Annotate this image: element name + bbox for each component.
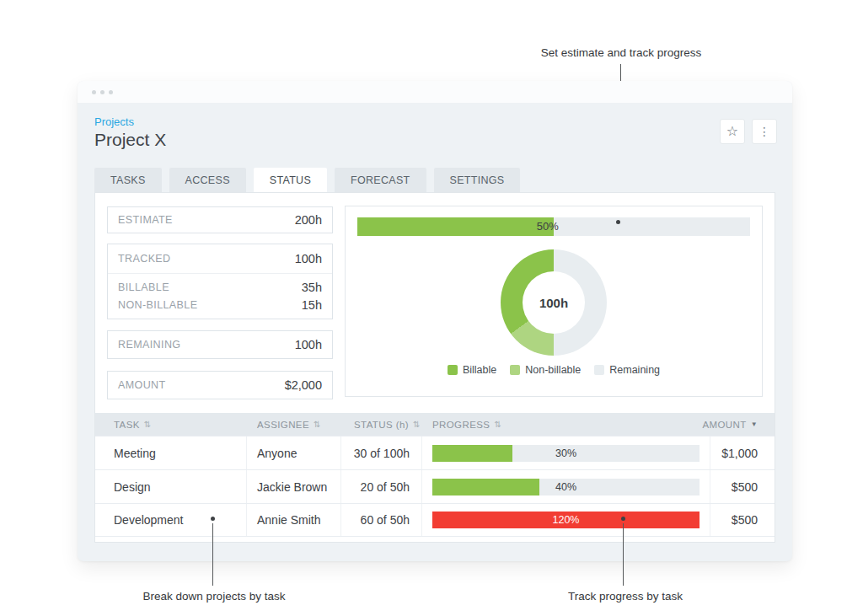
star-icon: ☆ bbox=[726, 125, 738, 138]
breadcrumb-projects[interactable]: Projects bbox=[94, 115, 134, 128]
window-dot-icon bbox=[100, 90, 105, 94]
legend-swatch-non-billable bbox=[510, 365, 520, 375]
sort-icon: ⇅ bbox=[413, 420, 421, 429]
annotation-bottom-right-dot bbox=[621, 517, 625, 521]
tasks-table: TASK ⇅ ASSIGNEE ⇅ STATUS (h) ⇅ PROGRESS … bbox=[95, 413, 775, 537]
stats-column: ESTIMATE 200h TRACKED 100h BILLABLE 35h bbox=[107, 206, 333, 399]
tab-label: SETTINGS bbox=[450, 174, 505, 186]
column-label: ASSIGNEE bbox=[257, 420, 309, 430]
status-content-panel: ESTIMATE 200h TRACKED 100h BILLABLE 35h bbox=[94, 192, 775, 543]
donut-chart: 100h bbox=[501, 249, 607, 356]
table-row-meeting[interactable]: Meeting Anyone 30 of 100h 30% $1,000 bbox=[95, 436, 775, 469]
assignee-cell: Anyone bbox=[247, 437, 341, 469]
progress-cell: 40% bbox=[422, 470, 710, 503]
annotation-bottom-left-label: Break down projects by task bbox=[143, 590, 286, 603]
column-header-assignee[interactable]: ASSIGNEE ⇅ bbox=[247, 413, 341, 436]
assignee-cell: Annie Smith bbox=[247, 504, 341, 536]
table-row-design[interactable]: Design Jackie Brown 20 of 50h 40% $500 bbox=[95, 469, 775, 503]
status-cell: 20 of 50h bbox=[341, 470, 422, 503]
page-title: Project X bbox=[94, 130, 166, 150]
estimate-box: ESTIMATE 200h bbox=[107, 206, 333, 233]
tab-label: TASKS bbox=[110, 174, 146, 186]
tab-tasks[interactable]: TASKS bbox=[94, 168, 162, 192]
window-chrome bbox=[78, 81, 792, 103]
estimate-value: 200h bbox=[295, 213, 322, 227]
window-dot-icon bbox=[92, 90, 96, 94]
annotation-bottom-left-dot bbox=[211, 517, 215, 521]
legend-item-non-billable: Non-billable bbox=[510, 364, 581, 376]
amount-cell: $500 bbox=[710, 513, 775, 527]
annotation-bottom-right-label: Track progress by task bbox=[568, 590, 683, 603]
non-billable-value: 15h bbox=[302, 298, 322, 312]
remaining-box: REMAINING 100h bbox=[107, 330, 333, 359]
legend-item-billable: Billable bbox=[448, 364, 496, 376]
amount-cell: $500 bbox=[710, 480, 775, 494]
row-progress-label: 40% bbox=[432, 479, 700, 495]
overall-progress-label: 50% bbox=[537, 217, 559, 236]
legend-label: Billable bbox=[463, 364, 496, 376]
legend-label: Non-billable bbox=[525, 364, 581, 376]
page: Set estimate and track progress Projects… bbox=[0, 0, 863, 616]
column-label: STATUS (h) bbox=[354, 420, 409, 430]
non-billable-label: NON-BILLABLE bbox=[118, 299, 197, 311]
column-header-task[interactable]: TASK ⇅ bbox=[95, 413, 247, 436]
legend-item-remaining: Remaining bbox=[594, 364, 660, 376]
window-dot-icon bbox=[109, 90, 113, 94]
row-progress-bar: 30% bbox=[432, 445, 700, 462]
chart-panel: 50% 100h Billable Non-billable bbox=[345, 206, 763, 397]
column-label: AMOUNT bbox=[702, 420, 746, 430]
donut-legend: Billable Non-billable Remaining bbox=[346, 364, 762, 376]
row-progress-bar: 120% bbox=[432, 512, 700, 528]
column-label: TASK bbox=[114, 420, 140, 430]
overall-progress-bar: 50% bbox=[357, 217, 750, 236]
divider bbox=[108, 273, 332, 274]
annotation-bottom-right-line bbox=[623, 523, 624, 586]
more-menu-button[interactable]: ⋮ bbox=[752, 119, 777, 144]
legend-label: Remaining bbox=[609, 364, 660, 376]
legend-swatch-remaining bbox=[594, 365, 604, 375]
tracked-box: TRACKED 100h BILLABLE 35h NON-BILLABLE 1… bbox=[107, 244, 333, 319]
tab-label: STATUS bbox=[270, 174, 311, 186]
billable-value: 35h bbox=[302, 281, 322, 294]
donut-center-label: 100h bbox=[523, 271, 585, 334]
table-row-development[interactable]: Development Annie Smith 60 of 50h 120% $… bbox=[95, 503, 775, 537]
overall-progress-fill bbox=[357, 217, 554, 236]
tab-access[interactable]: ACCESS bbox=[169, 168, 246, 192]
task-cell: Development bbox=[95, 504, 247, 536]
amount-value: $2,000 bbox=[285, 378, 322, 392]
billable-label: BILLABLE bbox=[118, 281, 169, 293]
sort-icon: ⇅ bbox=[314, 420, 321, 429]
annotation-top-dot bbox=[616, 220, 620, 224]
row-progress-label: 30% bbox=[432, 445, 700, 462]
tab-label: FORECAST bbox=[351, 174, 410, 186]
annotation-bottom-left-line bbox=[212, 523, 213, 586]
tab-bar: TASKS ACCESS STATUS FORECAST SETTINGS bbox=[94, 168, 520, 192]
tab-settings[interactable]: SETTINGS bbox=[434, 168, 521, 192]
table-header-row: TASK ⇅ ASSIGNEE ⇅ STATUS (h) ⇅ PROGRESS … bbox=[95, 413, 775, 436]
assignee-cell: Jackie Brown bbox=[247, 470, 341, 503]
tab-forecast[interactable]: FORECAST bbox=[335, 168, 426, 192]
row-progress-label: 120% bbox=[432, 512, 700, 528]
amount-cell: $1,000 bbox=[710, 447, 775, 460]
task-cell: Design bbox=[95, 470, 247, 503]
tab-status[interactable]: STATUS bbox=[254, 168, 327, 192]
status-cell: 30 of 100h bbox=[341, 437, 422, 469]
column-header-amount[interactable]: AMOUNT ▼ bbox=[710, 420, 775, 430]
sort-desc-icon: ▼ bbox=[751, 420, 758, 428]
column-header-status[interactable]: STATUS (h) ⇅ bbox=[341, 420, 422, 430]
estimate-label: ESTIMATE bbox=[118, 214, 173, 226]
progress-cell: 30% bbox=[422, 437, 710, 469]
remaining-label: REMAINING bbox=[118, 339, 180, 351]
status-cell: 60 of 50h bbox=[341, 504, 422, 536]
sort-icon: ⇅ bbox=[144, 420, 152, 429]
tracked-value: 100h bbox=[295, 252, 322, 265]
task-cell: Meeting bbox=[95, 437, 247, 469]
column-header-progress[interactable]: PROGRESS ⇅ bbox=[422, 420, 710, 430]
annotation-top-label: Set estimate and track progress bbox=[541, 46, 702, 59]
amount-label: AMOUNT bbox=[118, 379, 166, 391]
favorite-button[interactable]: ☆ bbox=[720, 119, 745, 144]
row-progress-bar: 40% bbox=[432, 479, 700, 495]
remaining-value: 100h bbox=[295, 338, 322, 351]
sort-icon: ⇅ bbox=[494, 420, 501, 429]
kebab-menu-icon: ⋮ bbox=[758, 126, 770, 137]
